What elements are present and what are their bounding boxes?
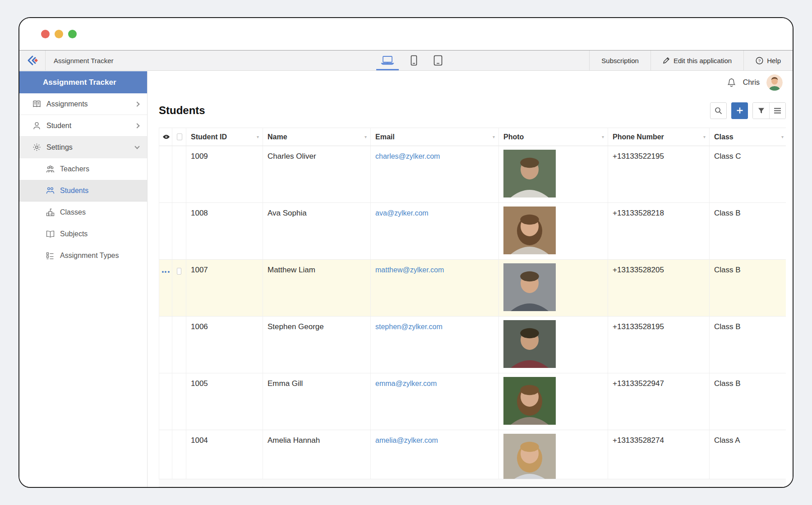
column-dropdown-icon[interactable]: ▾ xyxy=(781,134,784,139)
cell-phone: +13133528274 xyxy=(608,430,710,487)
cell-email: emma@zylker.com xyxy=(371,373,499,430)
column-header-student-id[interactable]: Student ID ▾ xyxy=(186,128,263,146)
table-row[interactable]: 1005 Emma Gill emma@zylker.com +13133522… xyxy=(159,373,786,430)
assignments-book-icon xyxy=(32,100,41,108)
column-dropdown-icon[interactable]: ▾ xyxy=(703,134,706,139)
filter-button[interactable] xyxy=(753,103,769,119)
hamburger-menu-icon xyxy=(774,108,781,114)
table-row[interactable]: 1006 Stephen George stephen@zylker.com +… xyxy=(159,317,786,373)
bell-icon[interactable] xyxy=(727,78,736,87)
column-dropdown-icon[interactable]: ▾ xyxy=(493,134,495,139)
column-dropdown-icon[interactable]: ▾ xyxy=(364,134,367,139)
email-link[interactable]: charles@zylker.com xyxy=(375,152,440,160)
page-title: Students xyxy=(159,104,205,117)
column-visibility-toggle[interactable] xyxy=(159,128,172,146)
sidebar-item-label: Teachers xyxy=(60,165,89,173)
sidebar-item-subjects[interactable]: Subjects xyxy=(19,223,147,245)
laptop-icon[interactable] xyxy=(378,50,397,70)
report-toolbar xyxy=(710,102,786,119)
cell-class: Class B xyxy=(710,203,787,259)
classes-icon xyxy=(46,208,55,216)
sidebar-item-settings[interactable]: Settings xyxy=(19,137,147,158)
cell-email: stephen@zylker.com xyxy=(371,317,499,373)
sidebar-item-label: Assignment Types xyxy=(60,252,119,260)
table-row[interactable]: 1008 Ava Sophia ava@zylker.com +13133528… xyxy=(159,203,786,260)
sidebar-item-label: Assignments xyxy=(46,100,130,108)
row-actions-cell xyxy=(159,260,172,316)
table-row[interactable]: 1009 Charles Oliver charles@zylker.com +… xyxy=(159,146,786,203)
email-link[interactable]: ava@zylker.com xyxy=(375,209,429,217)
topbar-actions: Subscription Edit this application ? H xyxy=(589,50,793,70)
sidebar-item-label: Subjects xyxy=(60,230,88,238)
sidebar-item-classes[interactable]: Classes xyxy=(19,202,147,223)
sidebar-app-title: Assignment Tracker xyxy=(19,71,147,93)
sidebar-item-assignment-types[interactable]: Assignment Types xyxy=(19,245,147,266)
cell-photo xyxy=(499,373,608,430)
maximize-window-button[interactable] xyxy=(68,30,77,38)
edit-application-label: Edit this application xyxy=(674,57,732,64)
sidebar-item-label: Students xyxy=(60,187,88,195)
user-name: Chris xyxy=(743,78,760,87)
column-header-photo[interactable]: Photo ▾ xyxy=(499,128,608,146)
cell-student-id: 1006 xyxy=(186,317,263,373)
column-label: Name xyxy=(268,133,364,141)
column-header-class[interactable]: Class ▾ xyxy=(710,128,787,146)
creator-logo-icon[interactable] xyxy=(19,50,46,70)
app-window: Assignment Tracker xyxy=(18,17,794,488)
column-dropdown-icon[interactable]: ▾ xyxy=(257,134,259,139)
filter-icon xyxy=(758,107,765,114)
cell-photo xyxy=(499,430,608,487)
student-photo xyxy=(503,207,556,254)
horizontal-scrollbar[interactable] xyxy=(159,479,786,486)
chevron-right-icon xyxy=(134,101,139,106)
cell-name: Ava Sophia xyxy=(263,203,371,259)
cell-phone: +13133522947 xyxy=(608,373,710,430)
cell-photo xyxy=(499,203,608,259)
column-header-name[interactable]: Name ▾ xyxy=(263,128,371,146)
sidebar-item-teachers[interactable]: Teachers xyxy=(19,158,147,180)
add-record-button[interactable] xyxy=(731,102,748,119)
search-button[interactable] xyxy=(710,102,727,119)
column-dropdown-icon[interactable]: ▾ xyxy=(602,134,604,139)
cell-class: Class A xyxy=(710,430,787,487)
students-page: Students xyxy=(159,93,786,487)
assignment-types-icon xyxy=(46,252,55,259)
edit-application-button[interactable]: Edit this application xyxy=(651,50,743,70)
user-bar: Chris xyxy=(148,71,793,93)
close-window-button[interactable] xyxy=(41,30,50,38)
row-actions-cell xyxy=(159,430,172,487)
sidebar-item-students[interactable]: Students xyxy=(19,180,147,202)
email-link[interactable]: emma@zylker.com xyxy=(375,380,437,387)
student-photo xyxy=(503,320,556,368)
student-photo xyxy=(503,150,556,197)
cell-student-id: 1009 xyxy=(186,146,263,202)
cell-class: Class B xyxy=(710,373,787,430)
minimize-window-button[interactable] xyxy=(55,30,63,38)
email-link[interactable]: stephen@zylker.com xyxy=(375,323,443,331)
select-all-checkbox[interactable] xyxy=(177,133,182,140)
email-link[interactable]: matthew@zylker.com xyxy=(375,266,444,274)
column-label: Student ID xyxy=(191,133,257,141)
row-checkbox[interactable] xyxy=(177,268,181,275)
student-photo xyxy=(503,263,556,311)
email-link[interactable]: amelia@zylker.com xyxy=(375,436,438,444)
user-avatar[interactable] xyxy=(766,74,783,91)
sidebar-item-assignments[interactable]: Assignments xyxy=(19,93,147,115)
tablet-icon[interactable] xyxy=(431,50,445,70)
cell-phone: +13133522195 xyxy=(608,146,710,202)
cell-email: matthew@zylker.com xyxy=(371,260,499,316)
cell-email: ava@zylker.com xyxy=(371,203,499,259)
sidebar-item-student[interactable]: Student xyxy=(19,115,147,137)
subjects-icon xyxy=(46,230,55,238)
row-checkbox-cell xyxy=(172,373,186,430)
subscription-link[interactable]: Subscription xyxy=(589,50,651,70)
row-more-actions-button[interactable] xyxy=(162,271,170,273)
help-button[interactable]: ? Help xyxy=(743,50,793,70)
menu-button[interactable] xyxy=(769,103,785,119)
column-header-email[interactable]: Email ▾ xyxy=(371,128,499,146)
cell-email: amelia@zylker.com xyxy=(371,430,499,487)
phone-icon[interactable] xyxy=(408,50,420,70)
teachers-icon xyxy=(46,165,55,173)
column-header-phone-number[interactable]: Phone Number ▾ xyxy=(608,128,710,146)
table-row-highlighted[interactable]: 1007 Matthew Liam matthew@zylker.com +13… xyxy=(159,260,786,317)
